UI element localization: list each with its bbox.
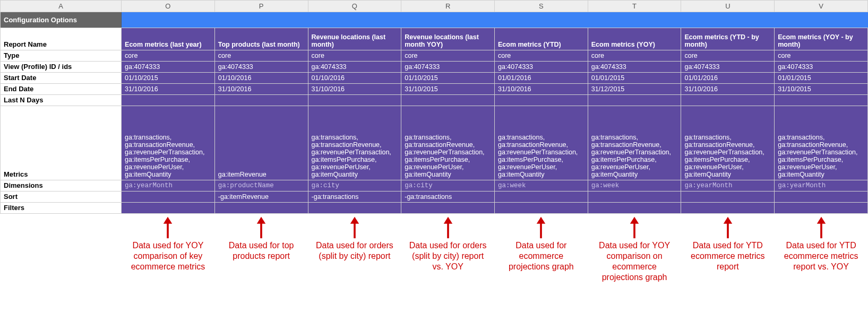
annotation-blank [1,214,122,284]
cell[interactable]: ga:transactions, ga:transactionRevenue, … [401,106,495,180]
cell[interactable]: -ga:itemRevenue [214,191,308,203]
sheet-title: Configuration Options [1,12,122,28]
up-arrow-icon [535,216,547,239]
cell[interactable]: Revenue locations (last month) [308,28,401,50]
cell[interactable]: 31/10/2016 [494,84,588,95]
annotation: Data used for YTD ecommerce metrics repo… [681,214,775,284]
cell[interactable] [681,95,775,106]
cell[interactable]: core [308,50,401,62]
cell[interactable]: 31/10/2016 [308,84,401,95]
cell[interactable]: ga:itemRevenue [214,106,308,180]
cell[interactable]: 01/01/2016 [494,73,588,84]
cell[interactable]: ga:4074333 [494,62,588,73]
cell[interactable]: core [494,50,588,62]
column-header[interactable]: A [1,1,122,12]
cell[interactable]: ga:week [494,180,588,191]
cell[interactable]: ga:week [588,180,681,191]
cell[interactable]: 31/10/2015 [775,84,868,95]
cell[interactable] [775,95,868,106]
cell[interactable]: 01/10/2016 [214,73,308,84]
cell[interactable] [775,203,868,214]
cell[interactable] [588,95,681,106]
cell[interactable]: ga:4074333 [588,62,681,73]
cell[interactable] [681,203,775,214]
cell[interactable]: -ga:transactions [401,191,495,203]
column-header[interactable]: U [681,1,775,12]
cell[interactable]: Revenue locations (last month YOY) [401,28,495,50]
cell[interactable]: ga:4074333 [681,62,775,73]
spreadsheet[interactable]: AOPQRSTUV Configuration Options Report N… [0,0,868,284]
column-header[interactable]: P [214,1,308,12]
cell[interactable]: ga:4074333 [401,62,495,73]
cell[interactable] [214,203,308,214]
cell[interactable] [308,95,401,106]
annotation: Data used for orders (split by city) rep… [401,214,495,284]
cell[interactable]: Ecom metrics (YTD - by month) [681,28,775,50]
cell[interactable]: Top products (last month) [214,28,308,50]
cell[interactable]: 31/10/2016 [122,84,215,95]
cell[interactable]: ga:city [308,180,401,191]
cell[interactable]: ga:4074333 [122,62,215,73]
cell[interactable] [122,191,215,203]
cell[interactable]: 31/10/2016 [681,84,775,95]
cell[interactable]: ga:transactions, ga:transactionRevenue, … [122,106,215,180]
column-header[interactable]: R [401,1,495,12]
cell[interactable]: ga:productName [214,180,308,191]
cell[interactable]: ga:transactions, ga:transactionRevenue, … [308,106,401,180]
cell[interactable]: core [588,50,681,62]
row-label: View (Profile) ID / ids [1,62,122,73]
cell[interactable]: ga:transactions, ga:transactionRevenue, … [775,106,868,180]
cell[interactable]: core [775,50,868,62]
cell[interactable]: 01/01/2015 [588,73,681,84]
column-header[interactable]: Q [308,1,401,12]
cell[interactable]: core [122,50,215,62]
cell[interactable]: ga:4074333 [214,62,308,73]
cell[interactable]: Ecom metrics (YOY - by month) [775,28,868,50]
cell[interactable]: ga:yearMonth [122,180,215,191]
annotation: Data used for YOY comparison on ecommerc… [588,214,681,284]
up-arrow-icon [815,216,827,239]
cell[interactable]: ga:transactions, ga:transactionRevenue, … [681,106,775,180]
cell[interactable] [122,203,215,214]
cell[interactable] [214,95,308,106]
column-header[interactable]: V [775,1,868,12]
cell[interactable] [401,203,495,214]
cell[interactable] [401,95,495,106]
cell[interactable]: ga:4074333 [308,62,401,73]
cell[interactable]: core [681,50,775,62]
cell[interactable] [588,203,681,214]
cell[interactable] [494,95,588,106]
cell[interactable] [494,203,588,214]
cell[interactable] [681,191,775,203]
cell[interactable]: 01/10/2015 [401,73,495,84]
cell[interactable]: ga:yearMonth [775,180,868,191]
cell[interactable]: ga:4074333 [775,62,868,73]
cell[interactable]: core [401,50,495,62]
column-header[interactable]: T [588,1,681,12]
cell[interactable] [308,203,401,214]
cell[interactable]: Ecom metrics (YTD) [494,28,588,50]
cell[interactable] [775,191,868,203]
cell[interactable]: ga:transactions, ga:transactionRevenue, … [494,106,588,180]
cell[interactable]: 31/12/2015 [588,84,681,95]
cell[interactable]: ga:city [401,180,495,191]
annotation-text: Data used for ecommerce projections grap… [497,240,585,272]
column-header[interactable]: S [494,1,588,12]
cell[interactable]: 31/10/2015 [401,84,495,95]
cell[interactable]: ga:transactions, ga:transactionRevenue, … [588,106,681,180]
cell[interactable]: 01/10/2015 [122,73,215,84]
cell[interactable]: core [214,50,308,62]
cell[interactable]: Ecom metrics (YOY) [588,28,681,50]
cell[interactable]: 01/10/2016 [308,73,401,84]
up-arrow-icon [629,216,640,239]
cell[interactable]: -ga:transactions [308,191,401,203]
cell[interactable] [122,95,215,106]
cell[interactable]: 31/10/2016 [214,84,308,95]
cell[interactable] [588,191,681,203]
cell[interactable]: 01/01/2015 [775,73,868,84]
column-header[interactable]: O [122,1,215,12]
cell[interactable]: Ecom metrics (last year) [122,28,215,50]
cell[interactable] [494,191,588,203]
cell[interactable]: ga:yearMonth [681,180,775,191]
cell[interactable]: 01/01/2016 [681,73,775,84]
